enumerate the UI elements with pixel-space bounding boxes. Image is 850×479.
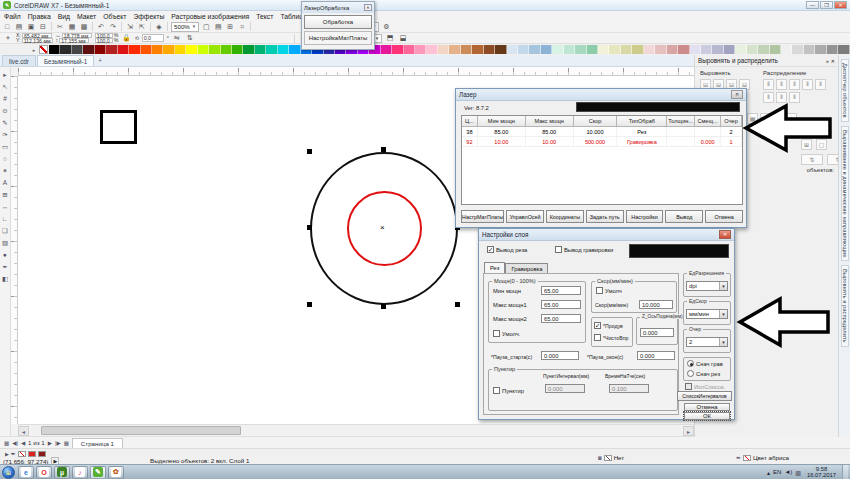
palette-swatch[interactable] bbox=[792, 45, 803, 54]
palette-swatch[interactable] bbox=[655, 45, 666, 54]
palette-swatch[interactable] bbox=[404, 45, 415, 54]
column-header[interactable]: Очер bbox=[721, 116, 742, 127]
palette-swatch[interactable] bbox=[484, 45, 495, 54]
dot-time-field[interactable]: 0.100 bbox=[609, 384, 649, 393]
palette-swatch[interactable] bbox=[621, 45, 632, 54]
options-gear-icon[interactable]: ⚙ bbox=[381, 22, 391, 32]
speed-unit-select[interactable]: мм/мин▼ bbox=[686, 309, 728, 319]
power-default-checkbox[interactable]: Умолч. bbox=[493, 330, 520, 337]
drop-shadow-tool-icon[interactable]: ❏ bbox=[0, 225, 10, 236]
fill-tool-icon[interactable]: ◧ bbox=[0, 273, 10, 284]
new-document-icon[interactable]: □ bbox=[2, 22, 12, 32]
min-power-field[interactable]: 65.00 bbox=[541, 286, 581, 295]
palette-swatch[interactable] bbox=[60, 45, 71, 54]
menu-item-растровые изображения[interactable]: Растровые изображения bbox=[171, 13, 249, 20]
palette-swatch[interactable] bbox=[232, 45, 243, 54]
palette-swatch[interactable] bbox=[644, 45, 655, 54]
process-button[interactable]: Обработка bbox=[304, 15, 372, 29]
close-button-icon[interactable]: ✕ bbox=[834, 1, 847, 9]
zoom-level-combo[interactable]: 500% ▼ bbox=[171, 22, 199, 32]
cancel-button[interactable]: Отмена bbox=[684, 403, 730, 411]
blow-checkbox[interactable]: *Продув bbox=[594, 322, 623, 329]
layer-color-swatch[interactable] bbox=[629, 244, 729, 258]
transparency-tool-icon[interactable]: ▨ bbox=[0, 237, 10, 248]
tray-expand-icon[interactable]: ▴ bbox=[767, 469, 770, 476]
taskbar-internet-explorer-icon[interactable]: e bbox=[18, 466, 34, 479]
palette-swatch[interactable] bbox=[209, 45, 220, 54]
palette-swatch[interactable] bbox=[152, 45, 163, 54]
pick-tool-icon[interactable]: ▸ bbox=[0, 69, 10, 80]
column-header[interactable]: Толщин... bbox=[667, 116, 695, 127]
menu-item-эффекты[interactable]: Эффекты bbox=[133, 13, 164, 20]
volume-icon[interactable]: ◄) bbox=[784, 469, 792, 475]
network-icon[interactable]: ▥ bbox=[795, 469, 801, 476]
palette-swatch[interactable] bbox=[724, 45, 735, 54]
tab-align-distribute[interactable]: Выровнять и распределить bbox=[841, 265, 849, 347]
page-tab[interactable]: Страница 1 bbox=[72, 438, 123, 448]
palette-swatch[interactable] bbox=[495, 45, 506, 54]
app-launcher-icon[interactable]: ◈ bbox=[154, 22, 164, 32]
freehand-tool-icon[interactable]: ✎ bbox=[0, 117, 10, 128]
dotted-checkbox[interactable]: Пунктир bbox=[493, 387, 524, 394]
distribute-icon[interactable]: ⫴ bbox=[789, 92, 800, 103]
palette-swatch[interactable] bbox=[255, 45, 266, 54]
palette-swatch[interactable] bbox=[72, 45, 83, 54]
distribute-icon[interactable]: ⫴ bbox=[789, 79, 800, 90]
selection-handle[interactable] bbox=[381, 304, 386, 309]
connector-tool-icon[interactable]: ∟ bbox=[0, 213, 10, 224]
shape-tool-icon[interactable]: ↖ bbox=[0, 81, 10, 92]
menu-item-текст[interactable]: Текст bbox=[256, 13, 273, 20]
start-button[interactable]: ⊞ bbox=[2, 466, 15, 479]
pause-end-field[interactable]: 0.000 bbox=[637, 351, 675, 360]
palette-swatch[interactable] bbox=[770, 45, 781, 54]
taskbar-coreldraw-icon[interactable]: ✎ bbox=[90, 466, 106, 479]
palette-swatch[interactable] bbox=[712, 45, 723, 54]
export-icon[interactable]: ⇱ bbox=[137, 22, 147, 32]
align-option-icon[interactable]: A bbox=[773, 113, 784, 124]
guidelines-icon[interactable]: ⌗ bbox=[237, 22, 247, 32]
palette-swatch[interactable] bbox=[838, 45, 849, 54]
first-page-icon[interactable]: ◀| bbox=[12, 440, 18, 446]
tab-engrave[interactable]: Гравировка bbox=[505, 263, 548, 273]
palette-swatch[interactable] bbox=[289, 45, 300, 54]
palette-swatch[interactable] bbox=[186, 45, 197, 54]
distribute-icon[interactable]: ⫴ bbox=[802, 79, 813, 90]
laser-layers-table[interactable]: Ц...Мин мощнМакс мощнСкорТипОбрабТолщин.… bbox=[461, 115, 743, 205]
column-header[interactable]: ТипОбраб bbox=[617, 116, 667, 127]
palette-swatch[interactable] bbox=[198, 45, 209, 54]
print-icon[interactable]: ⊟ bbox=[38, 22, 48, 32]
palette-swatch[interactable] bbox=[609, 45, 620, 54]
next-page-icon[interactable]: ▶ bbox=[48, 440, 52, 446]
palette-swatch[interactable] bbox=[83, 45, 94, 54]
palette-swatch[interactable] bbox=[278, 45, 289, 54]
column-header[interactable]: Скор bbox=[574, 116, 618, 127]
axis-control-button[interactable]: УправлОсей bbox=[506, 210, 544, 223]
palette-swatch[interactable] bbox=[758, 45, 769, 54]
save-icon[interactable]: ▣ bbox=[26, 22, 36, 32]
palette-swatch[interactable] bbox=[552, 45, 563, 54]
laser-dialog-titlebar[interactable]: Лазер ✕ bbox=[456, 89, 746, 101]
palette-swatch[interactable] bbox=[598, 45, 609, 54]
vertical-ruler[interactable] bbox=[11, 76, 18, 424]
palette-swatch[interactable] bbox=[667, 45, 678, 54]
palette-swatch[interactable] bbox=[129, 45, 140, 54]
fullscreen-icon[interactable]: ▢ bbox=[201, 22, 211, 32]
first-engrave-radio[interactable]: Снач грав bbox=[687, 360, 723, 367]
palette-swatch[interactable] bbox=[426, 45, 437, 54]
language-indicator[interactable]: EN bbox=[773, 469, 781, 475]
taskbar-opera-icon[interactable]: O bbox=[36, 466, 52, 479]
dot-interval-field[interactable]: 0.000 bbox=[545, 384, 585, 393]
horizontal-scrollbar[interactable]: ◄ ► bbox=[18, 424, 694, 436]
motherboard-settings-button[interactable]: НастройкаМатПлаты bbox=[304, 31, 372, 45]
distribute-icon[interactable]: ⫴ bbox=[815, 79, 826, 90]
text-tool-icon[interactable]: А bbox=[0, 177, 10, 188]
table-row[interactable]: 3885.0085.0010.000Рез2 bbox=[462, 127, 742, 137]
palette-swatch[interactable] bbox=[747, 45, 758, 54]
flyout-icon[interactable]: ▶ bbox=[5, 451, 9, 457]
grid-icon[interactable]: ⊞ bbox=[225, 22, 235, 32]
horizontal-ruler[interactable] bbox=[18, 67, 694, 76]
selection-handle[interactable] bbox=[307, 149, 312, 154]
polygon-tool-icon[interactable]: ✶ bbox=[0, 165, 10, 176]
redo-icon[interactable]: ↷ bbox=[108, 22, 118, 32]
coordinates-button[interactable]: Координаты bbox=[546, 210, 584, 223]
